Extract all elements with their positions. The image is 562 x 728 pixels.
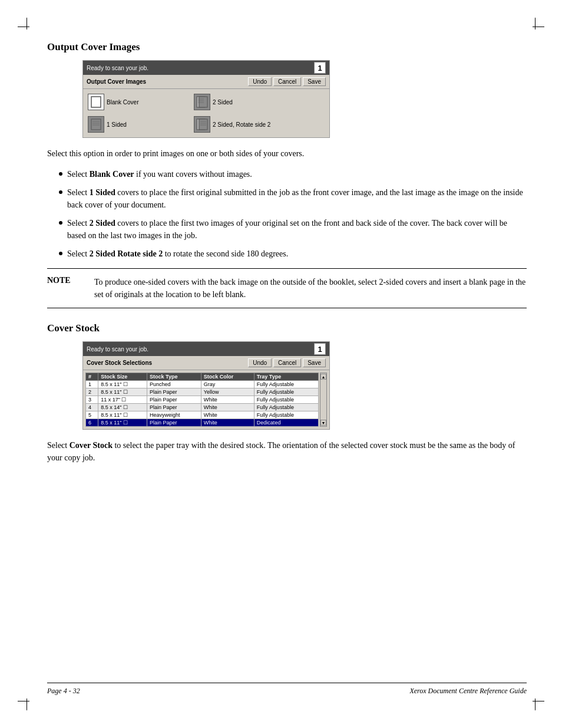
stock-table-row[interactable]: 68.5 x 11" ☐Plain PaperWhiteDedicated xyxy=(86,419,319,427)
bullet-1-after: if you want covers without images. xyxy=(134,170,252,179)
ui-titlebar-2: Ready to scan your job. 1 xyxy=(83,342,329,356)
ui-undo-button-1[interactable]: Undo xyxy=(248,77,272,86)
bullet-4: Select 2 Sided Rotate side 2 to rotate t… xyxy=(59,248,527,260)
stock-cell-3: White xyxy=(201,419,254,427)
stock-table-row[interactable]: 28.5 x 11" ☐Plain PaperYellowFully Adjus… xyxy=(86,388,319,396)
bullet-3-before: Select xyxy=(67,219,90,228)
ui-save-button-2[interactable]: Save xyxy=(303,358,326,367)
stock-cell-3: Yellow xyxy=(201,388,254,396)
bullet-3: Select 2 Sided covers to place the first… xyxy=(59,217,527,242)
cover-stock-intro-bold: Cover Stock xyxy=(70,441,113,450)
ui-titlebar-1: Ready to scan your job. 1 xyxy=(83,61,329,75)
cover-option-blank[interactable]: Blank Cover xyxy=(88,94,188,110)
blank-cover-icon xyxy=(88,94,104,110)
bullet-2-bold: 1 Sided xyxy=(90,188,115,197)
stock-table-row[interactable]: 311 x 17" ☐Plain PaperWhiteFully Adjusta… xyxy=(86,396,319,404)
stock-table-row[interactable]: 48.5 x 14" ☐Plain PaperWhiteFully Adjust… xyxy=(86,404,319,411)
col-color: Stock Color xyxy=(201,373,254,381)
cover-stock-ui: Ready to scan your job. 1 Cover Stock Se… xyxy=(82,341,330,430)
page-content: Output Cover Images Ready to scan your j… xyxy=(47,41,527,464)
stock-table-body: 18.5 x 11" ☐PunchedGrayFully Adjustable2… xyxy=(86,381,319,427)
bullet-2-after: covers to place the first original submi… xyxy=(67,188,523,209)
bullet-text-1: Select Blank Cover if you want covers wi… xyxy=(67,168,252,180)
stock-cell-4: Fully Adjustable xyxy=(254,396,318,404)
bullet-dot-3 xyxy=(59,221,62,225)
bullet-4-after: to rotate the second side 180 degrees. xyxy=(163,249,288,258)
output-cover-bullets: Select Blank Cover if you want covers wi… xyxy=(59,168,527,260)
ui-cancel-button-1[interactable]: Cancel xyxy=(273,77,301,86)
output-cover-images-heading: Output Cover Images xyxy=(47,41,527,53)
stock-cell-2: Punched xyxy=(147,381,201,388)
stock-cell-0: 2 xyxy=(86,388,98,396)
bullet-dot-4 xyxy=(59,252,62,255)
note-label: NOTE xyxy=(47,276,82,301)
2sided-rotate-cover-icon xyxy=(194,116,210,133)
bullet-4-bold: 2 Sided Rotate side 2 xyxy=(90,249,163,258)
bullet-text-3: Select 2 Sided covers to place the first… xyxy=(67,217,527,242)
1sided-cover-label: 1 Sided xyxy=(107,121,127,128)
ui-toolbar-1: Output Cover Images Undo Cancel Save xyxy=(83,75,329,89)
stock-cell-0: 1 xyxy=(86,381,98,388)
stock-cell-3: White xyxy=(201,404,254,411)
col-num: # xyxy=(86,373,98,381)
stock-cell-4: Fully Adjustable xyxy=(254,404,318,411)
col-tray: Tray Type xyxy=(254,373,318,381)
stock-cell-2: Plain Paper xyxy=(147,388,201,396)
bullet-3-after: covers to place the first two images of … xyxy=(67,219,507,240)
stock-cell-0: 3 xyxy=(86,396,98,404)
bullet-1-before: Select xyxy=(67,170,90,179)
ui-titlebar-text-2: Ready to scan your job. xyxy=(87,346,148,353)
scroll-up-arrow[interactable]: ▲ xyxy=(320,374,326,380)
1sided-cover-icon xyxy=(88,116,104,133)
stock-cell-3: White xyxy=(201,396,254,404)
stock-table-row[interactable]: 18.5 x 11" ☐PunchedGrayFully Adjustable xyxy=(86,381,319,388)
ui-undo-button-2[interactable]: Undo xyxy=(248,358,272,367)
bullet-4-before: Select xyxy=(67,249,90,258)
ui-toolbar-buttons-2: Undo Cancel Save xyxy=(248,358,326,367)
bullet-1: Select Blank Cover if you want covers wi… xyxy=(59,168,527,180)
scroll-down-arrow[interactable]: ▼ xyxy=(320,420,326,426)
stock-cell-2: Plain Paper xyxy=(147,404,201,411)
stock-table-wrap: # Stock Size Stock Type Stock Color Tray… xyxy=(85,373,319,427)
bullet-2: Select 1 Sided covers to place the first… xyxy=(59,186,527,211)
stock-table: # Stock Size Stock Type Stock Color Tray… xyxy=(85,373,319,427)
col-type: Stock Type xyxy=(147,373,201,381)
2sided-rotate-cover-label: 2 Sided, Rotate side 2 xyxy=(213,121,270,128)
bullet-text-4: Select 2 Sided Rotate side 2 to rotate t… xyxy=(67,248,288,260)
stock-cell-1: 8.5 x 14" ☐ xyxy=(98,404,147,411)
stock-cell-4: Fully Adjustable xyxy=(254,388,318,396)
cover-stock-heading: Cover Stock xyxy=(47,322,527,334)
bullet-dot-2 xyxy=(59,190,62,194)
ui-save-button-1[interactable]: Save xyxy=(303,77,326,86)
stock-cell-4: Fully Adjustable xyxy=(254,381,318,388)
ui-cover-options: Blank Cover 2 Sided xyxy=(83,89,329,137)
ui-badge-1: 1 xyxy=(314,62,326,74)
cover-stock-intro: Select Cover Stock to select the paper t… xyxy=(47,439,527,464)
cover-option-2sided-rotate[interactable]: 2 Sided, Rotate side 2 xyxy=(194,116,294,133)
footer-page-number: Page 4 - 32 xyxy=(47,687,80,696)
cover-option-2sided[interactable]: 2 Sided xyxy=(194,94,294,110)
stock-cell-1: 8.5 x 11" ☐ xyxy=(98,381,147,388)
stock-cell-3: Gray xyxy=(201,381,254,388)
ui-toolbar-buttons-1: Undo Cancel Save xyxy=(248,77,326,86)
cover-option-1sided[interactable]: 1 Sided xyxy=(88,116,188,133)
stock-cell-2: Plain Paper xyxy=(147,419,201,427)
2sided-cover-label: 2 Sided xyxy=(213,99,233,106)
bullet-1-bold: Blank Cover xyxy=(90,170,134,179)
stock-scrollbar[interactable]: ▲ ▼ xyxy=(320,373,327,427)
ui-toolbar-title-1: Output Cover Images xyxy=(87,78,146,85)
stock-table-row[interactable]: 58.5 x 11" ☐HeavyweightWhiteFully Adjust… xyxy=(86,411,319,419)
stock-cell-1: 8.5 x 11" ☐ xyxy=(98,419,147,427)
bullet-2-before: Select xyxy=(67,188,90,197)
stock-cell-4: Dedicated xyxy=(254,419,318,427)
stock-cell-1: 11 x 17" ☐ xyxy=(98,396,147,404)
stock-cell-4: Fully Adjustable xyxy=(254,411,318,419)
ui-cancel-button-2[interactable]: Cancel xyxy=(273,358,301,367)
output-cover-intro: Select this option in order to print ima… xyxy=(47,147,527,160)
stock-cell-2: Plain Paper xyxy=(147,396,201,404)
blank-cover-label: Blank Cover xyxy=(107,99,138,106)
output-cover-images-ui: Ready to scan your job. 1 Output Cover I… xyxy=(82,60,330,138)
ui-stock-body: # Stock Size Stock Type Stock Color Tray… xyxy=(83,370,329,429)
col-size: Stock Size xyxy=(98,373,147,381)
stock-cell-0: 4 xyxy=(86,404,98,411)
